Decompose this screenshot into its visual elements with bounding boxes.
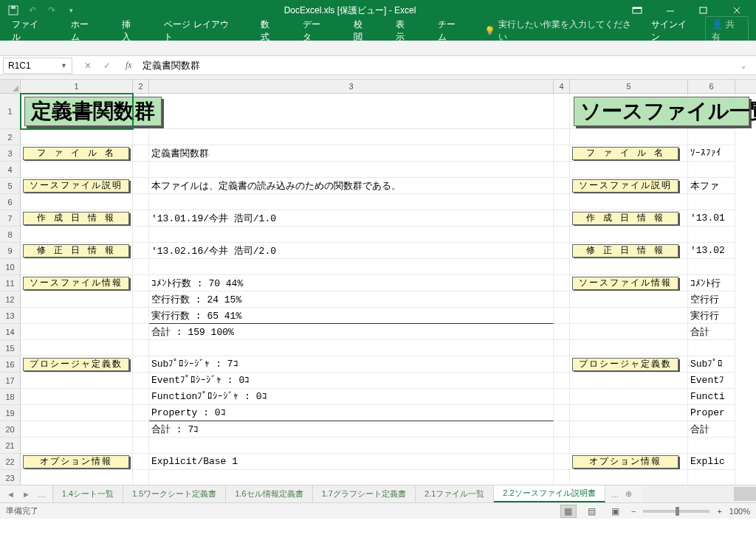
row-header[interactable]: 15 xyxy=(0,340,21,356)
formula-input[interactable]: 定義書関数群⌄ xyxy=(138,59,756,72)
cell[interactable] xyxy=(570,373,688,389)
row-header[interactable]: 17 xyxy=(0,373,21,389)
cell[interactable]: Eventﾌﾟﾛｼｰｼﾞｬ : 0ｺ xyxy=(149,373,554,389)
fx-icon[interactable]: fx xyxy=(120,60,138,71)
cell[interactable] xyxy=(570,308,688,324)
cell[interactable] xyxy=(133,178,149,194)
tab-data[interactable]: データ xyxy=(298,15,333,46)
col-header[interactable]: 1 xyxy=(21,80,133,93)
row-header[interactable]: 18 xyxy=(0,389,21,405)
name-box[interactable]: R1C1▼ xyxy=(3,58,72,74)
row-header[interactable]: 13 xyxy=(0,308,21,324)
cell[interactable] xyxy=(570,405,688,421)
cell[interactable] xyxy=(570,194,688,210)
cell[interactable] xyxy=(21,308,133,324)
cell[interactable] xyxy=(570,226,688,243)
cell[interactable]: ソースファイル説明 xyxy=(570,178,688,194)
cell[interactable] xyxy=(688,129,735,145)
cell[interactable]: 実行行数 : 65 41% xyxy=(149,308,554,324)
undo-icon[interactable]: ↶ xyxy=(24,1,41,19)
cell[interactable] xyxy=(570,259,688,275)
cell[interactable] xyxy=(149,226,554,243)
row-header[interactable]: 5 xyxy=(0,178,21,194)
cell[interactable]: 本ファイルは、定義書の読み込みのための関数群である。 xyxy=(149,178,554,194)
cell[interactable]: ｺﾒﾝﾄ行数 : 70 44% xyxy=(149,275,554,291)
row-header[interactable]: 6 xyxy=(0,194,21,210)
cell[interactable]: Subﾌﾟﾛ xyxy=(688,356,735,373)
cell[interactable] xyxy=(570,437,688,454)
cell[interactable] xyxy=(554,210,570,226)
sheet-more-right-icon[interactable]: … xyxy=(611,490,619,499)
cell[interactable] xyxy=(554,129,570,145)
cell[interactable]: 合計 : 159 100% xyxy=(149,324,554,340)
zoom-in-icon[interactable]: + xyxy=(717,507,721,516)
cell[interactable] xyxy=(21,194,133,210)
cell[interactable]: 定義書関数群 xyxy=(149,145,554,162)
cell[interactable] xyxy=(570,129,688,145)
cell[interactable] xyxy=(21,162,133,178)
cell[interactable]: Functionﾌﾟﾛｼｰｼﾞｬ : 0ｺ xyxy=(149,389,554,405)
sheet-tab[interactable]: 1.6セル情報定義書 xyxy=(226,485,312,502)
cell[interactable] xyxy=(149,259,554,275)
cell[interactable] xyxy=(554,226,570,243)
cell[interactable] xyxy=(149,94,554,129)
cell[interactable] xyxy=(149,129,554,145)
cell[interactable] xyxy=(21,129,133,145)
row-header[interactable]: 22 xyxy=(0,454,21,470)
cell[interactable] xyxy=(149,194,554,210)
cell[interactable]: 作 成 日 情 報 xyxy=(570,210,688,226)
row-header[interactable]: 8 xyxy=(0,226,21,243)
cell[interactable]: 合計 : 7ｺ xyxy=(149,421,554,437)
spreadsheet-grid[interactable]: 1 2 3 4 5 6 1 2 3 4 5 6 7 8 9 10 11 12 1… xyxy=(0,80,756,485)
cell[interactable] xyxy=(133,194,149,210)
cancel-icon[interactable]: ✕ xyxy=(81,60,94,71)
cell[interactable]: 修 正 日 情 報 xyxy=(21,243,133,259)
horizontal-scrollbar[interactable] xyxy=(642,485,756,502)
zoom-out-icon[interactable]: − xyxy=(631,507,636,516)
cell[interactable] xyxy=(554,94,570,129)
cell[interactable]: Property : 0ｺ xyxy=(149,405,554,421)
sheet-more-icon[interactable]: … xyxy=(35,490,48,499)
cell[interactable]: '13.01 xyxy=(688,210,735,226)
cell[interactable] xyxy=(21,437,133,454)
sheet-prev-icon[interactable]: ◄ xyxy=(4,490,17,499)
cell[interactable]: ソースファイル情報 xyxy=(21,275,133,291)
cell[interactable] xyxy=(570,470,688,485)
cell[interactable] xyxy=(133,324,149,340)
cell[interactable] xyxy=(554,259,570,275)
row-header[interactable]: 10 xyxy=(0,259,21,275)
cell[interactable]: フ ァ イ ル 名 xyxy=(21,145,133,162)
cell[interactable]: 修 正 日 情 報 xyxy=(570,243,688,259)
cell[interactable] xyxy=(133,291,149,308)
cell[interactable] xyxy=(570,421,688,437)
cell[interactable]: プロシージャ定義数 xyxy=(21,356,133,373)
zoom-value[interactable]: 100% xyxy=(729,507,750,516)
cell[interactable] xyxy=(133,454,149,470)
view-pagelayout-icon[interactable]: ▤ xyxy=(584,505,600,518)
sheet-tab-active[interactable]: 2.2ソースファイル説明書 xyxy=(494,485,605,502)
cell[interactable]: ソースファイル情報 xyxy=(570,275,688,291)
cell[interactable] xyxy=(688,194,735,210)
cell[interactable]: Explicit/Base 1 xyxy=(149,454,554,470)
col-header[interactable]: 2 xyxy=(133,80,149,93)
cell[interactable] xyxy=(688,340,735,356)
cell[interactable]: ｺﾒﾝﾄ行 xyxy=(688,275,735,291)
tab-home[interactable]: ホーム xyxy=(66,15,101,46)
cell[interactable]: 空行行数 : 24 15% xyxy=(149,291,554,308)
cell[interactable] xyxy=(554,437,570,454)
col-header[interactable]: 5 xyxy=(570,80,688,93)
cell[interactable] xyxy=(133,373,149,389)
cell[interactable]: Subﾌﾟﾛｼｰｼﾞｬ : 7ｺ xyxy=(149,356,554,373)
cell[interactable] xyxy=(570,389,688,405)
col-header[interactable]: 3 xyxy=(149,80,554,93)
row-header[interactable]: 3 xyxy=(0,145,21,162)
sheet-tab[interactable]: 1.4シート一覧 xyxy=(53,485,123,502)
cell[interactable]: Functi xyxy=(688,389,735,405)
cell[interactable] xyxy=(688,437,735,454)
row-header[interactable]: 9 xyxy=(0,243,21,259)
cell[interactable] xyxy=(21,389,133,405)
row-header[interactable]: 16 xyxy=(0,356,21,373)
cell[interactable] xyxy=(554,308,570,324)
cell[interactable] xyxy=(149,162,554,178)
enter-icon[interactable]: ✓ xyxy=(100,60,114,71)
